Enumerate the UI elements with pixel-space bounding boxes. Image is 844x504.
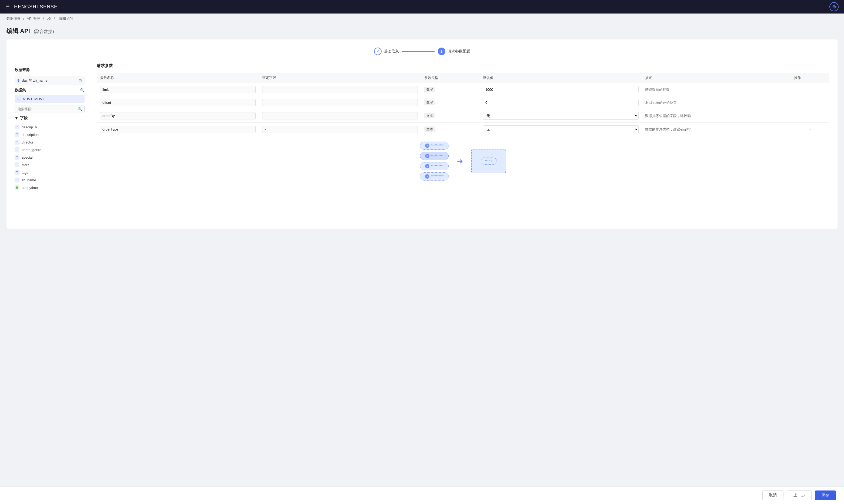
field-item-director[interactable]: T director [15,138,85,146]
menu-icon[interactable]: ☰ [5,4,10,10]
breadcrumb-api-mgmt[interactable]: API 管理 [27,17,40,20]
field-name: prime_genre [22,148,41,152]
export-icon[interactable]: ⊡ [79,78,82,83]
field-type-icon: H [15,185,19,190]
field-name: director [22,140,33,144]
drag-illustration: × ********** × ********** × ********** ×… [97,142,829,181]
col-header-action: 操作 [791,73,829,83]
field-name: descrip_b [22,125,37,129]
field-item-special[interactable]: T special [15,154,85,161]
field-search-icon: 🔍 [78,107,83,111]
col-header-bind: 绑定字段 [259,73,421,83]
param-bind-input-limit[interactable] [262,86,418,93]
field-name: zh_name [22,178,36,182]
bar-chart-icon: ▮ [17,78,20,83]
drag-pill-1: × ********** [420,142,449,150]
field-type-icon: T [15,125,19,129]
step-1-label: 基础信息 [384,49,399,54]
step-1: ✓ 基础信息 [374,48,399,55]
param-type-limit: 数字 [424,87,435,92]
field-type-icon: T [15,162,19,167]
col-header-desc: 描述 [642,73,791,83]
field-type-icon: T [15,170,19,175]
param-action-offset[interactable]: - [809,101,810,105]
field-type-icon: T [15,178,19,182]
field-item-prime-genre[interactable]: T prime_genre [15,146,85,154]
param-row-offset: 数字 返回记录的开始位置 - [97,96,829,109]
brand-bold: HENGSHI [14,4,38,10]
field-name: description [22,133,39,137]
param-name-input-ordertype[interactable] [100,126,256,133]
param-desc-offset: 返回记录的开始位置 [645,101,677,105]
field-item-zh-name[interactable]: T zh_name [15,176,85,184]
param-row-limit: 数字 获取数据的行数 - [97,83,829,96]
param-bind-input-offset[interactable] [262,99,418,106]
step-line [402,51,435,52]
field-type-icon: T [15,147,19,152]
field-name: special [22,156,32,159]
breadcrumb-current: 编辑 API [59,17,73,20]
dataset-item[interactable]: ⊞ A_IVT_MOVIE [15,95,85,103]
param-default-ordertype[interactable]: 无 [483,125,639,133]
param-desc-ordertype: 数据的排序类型，建议确定排 [645,127,691,131]
param-default-offset[interactable] [483,99,639,106]
field-name: happytime [22,186,38,190]
step-1-circle: ✓ [374,48,382,55]
param-default-orderby[interactable]: 无 [483,112,639,120]
page-title: 编辑 API [6,28,30,34]
param-default-limit[interactable] [483,86,639,93]
breadcrumb-c6t[interactable]: c6t [47,17,51,20]
dataset-title: 数据集 [15,88,26,93]
fields-title[interactable]: ▼ 字段 [15,116,85,121]
param-action-orderby[interactable]: - [809,114,810,118]
param-desc-limit: 获取数据的行数 [645,88,670,92]
param-name-input-limit[interactable] [100,86,256,93]
fields-label: 字段 [20,116,28,121]
brand-light: SENSE [38,4,57,10]
top-nav: ☰ HENGSHI SENSE ⊜ [0,0,844,14]
step-2-label: 请求参数配置 [448,49,470,54]
datasource-item: ▮ day 的 zh_name ⊡ [15,76,85,85]
field-name: stars [22,163,29,167]
field-item-descrip-b[interactable]: T descrip_b [15,123,85,131]
drag-pill-2: × ********** [420,152,449,160]
dataset-search-icon[interactable]: 🔍 [80,88,85,92]
field-search-wrap: 🔍 [15,105,85,113]
dataset-name: A_IVT_MOVIE [23,97,46,101]
pill-x-3: × [425,164,429,168]
avatar[interactable]: ⊜ [829,2,839,11]
main-card: ✓ 基础信息 2 请求参数配置 数据来源 ▮ day 的 zh_name ⊡ 数… [6,39,838,229]
param-type-orderby: 文本 [424,113,435,119]
field-search-input[interactable] [15,105,85,113]
drag-pills-left: × ********** × ********** × ********** ×… [420,142,449,181]
param-bind-input-orderby[interactable] [262,112,418,120]
pill-x-4: × [425,174,429,179]
col-header-type: 参数类型 [421,73,480,83]
param-bind-input-ordertype[interactable] [262,126,418,133]
request-params-title: 请求参数 [97,63,829,68]
col-header-default: 默认值 [480,73,642,83]
field-type-icon: T [15,132,19,137]
pill-x-1: × [425,144,429,148]
param-type-offset: 数字 [424,100,435,105]
breadcrumb-data-service[interactable]: 数据服务 [6,17,20,20]
param-action-ordertype[interactable]: - [809,127,810,131]
page-subtitle: (聚合数据) [34,29,54,34]
datasource-name: day 的 zh_name [22,78,48,83]
pill-x-2: × [425,154,429,158]
field-item-happytime[interactable]: H happytime [15,184,85,191]
drag-target-pill: **** × [481,158,497,165]
field-name: tags [22,170,29,175]
param-action-limit[interactable]: - [809,88,810,92]
brand-logo: HENGSHI SENSE [14,4,57,10]
field-item-stars[interactable]: T stars [15,161,85,169]
field-item-tags[interactable]: T tags [15,169,85,176]
field-list: T descrip_b T description T director T p… [15,123,85,191]
content-layout: 数据来源 ▮ day 的 zh_name ⊡ 数据集 🔍 ⊞ A_IVT_MOV… [15,63,829,191]
param-name-input-offset[interactable] [100,99,256,106]
drag-pill-3: × ********** [420,162,449,170]
field-item-description[interactable]: T description [15,131,85,138]
param-name-input-orderby[interactable] [100,112,256,120]
step-2: 2 请求参数配置 [438,48,470,55]
dataset-header: 数据集 🔍 [15,88,85,93]
